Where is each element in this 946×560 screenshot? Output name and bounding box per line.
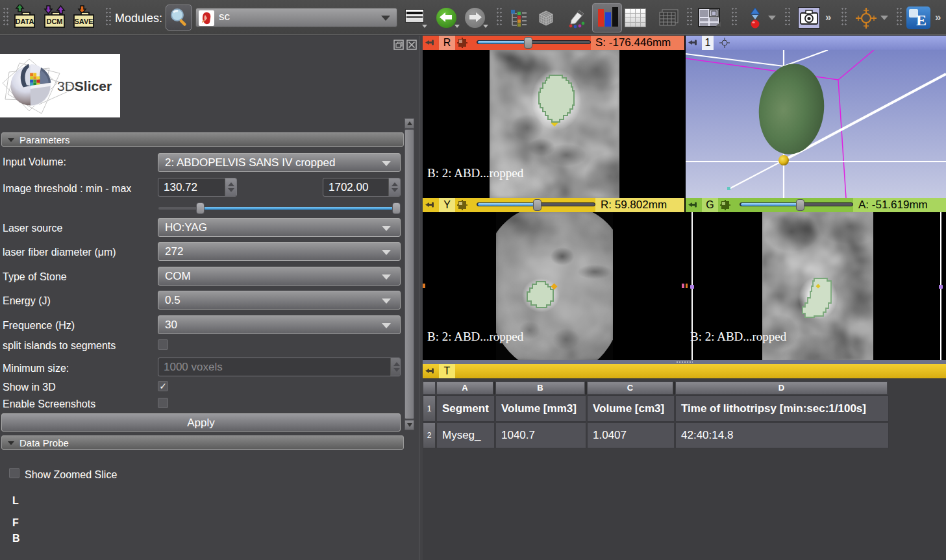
svg-text:DATA: DATA [16, 18, 34, 25]
svg-text:SAVE: SAVE [74, 18, 93, 25]
svg-text:3DSlicer: 3DSlicer [57, 79, 112, 93]
svg-text:DCM: DCM [46, 18, 62, 25]
